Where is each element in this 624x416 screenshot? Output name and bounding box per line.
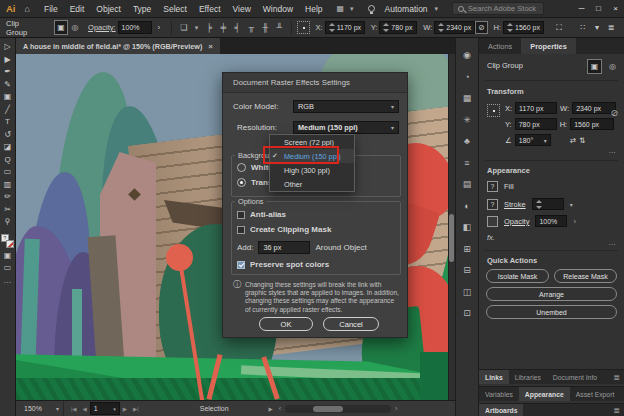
maximize-button[interactable]: □ — [590, 0, 607, 18]
last-artboard-icon[interactable]: ▶| — [133, 406, 139, 412]
prev-artboard-icon[interactable]: ◀ — [83, 406, 87, 412]
menu-type[interactable]: Type — [127, 4, 157, 14]
fx-label[interactable]: fx. — [487, 233, 495, 242]
align-right-icon[interactable]: ╡ — [230, 20, 244, 35]
tab-appearance[interactable]: Appearance — [519, 387, 570, 401]
pencil-tool[interactable]: ✏ — [4, 191, 11, 204]
lightbulb-icon[interactable] — [368, 5, 375, 12]
x-field[interactable]: 1170 px — [325, 21, 365, 34]
angle-field[interactable]: 180° ▾ — [515, 134, 551, 146]
anti-alias-option[interactable]: Anti-alias — [237, 210, 286, 219]
play-icon[interactable]: ▶ — [269, 406, 273, 412]
fill-row[interactable]: ? Fill — [487, 181, 514, 192]
line-tool[interactable]: ╱ — [5, 104, 10, 117]
more-options-icon[interactable]: … — [609, 146, 617, 155]
radio-selected-icon[interactable] — [237, 178, 246, 187]
workspace-label[interactable]: Automation — [381, 4, 431, 14]
lasso-tool[interactable]: Q — [4, 154, 10, 167]
horizontal-scrollbar-thumb[interactable] — [313, 406, 343, 412]
rectangle-tool[interactable]: ▭ — [4, 166, 12, 179]
menu-edit[interactable]: Edit — [64, 4, 91, 14]
chevron-down-icon[interactable]: ▾ — [570, 201, 573, 208]
w-field[interactable]: 2340 px — [434, 21, 475, 34]
search-input[interactable] — [468, 4, 544, 13]
opacity-field[interactable]: 100% — [535, 215, 567, 227]
chevron-down-icon[interactable]: ▾ — [346, 5, 358, 13]
graph-tool[interactable]: ▥ — [4, 179, 12, 192]
dialog-title-bar[interactable]: Document Raster Effects Settings — [223, 73, 407, 93]
transform-panel-icon[interactable]: ⊞ — [463, 244, 471, 266]
gradient-tool-icon[interactable]: ▤ — [463, 179, 472, 201]
resolution-dropdown[interactable]: Medium (150 ppi) ▾ — [293, 121, 399, 134]
chevron-right-icon[interactable]: › — [152, 20, 166, 35]
stroke-unknown-icon[interactable]: ? — [487, 199, 498, 210]
zoom-level[interactable]: 150% — [24, 405, 42, 412]
free-transform-icon[interactable]: ⛶ — [552, 20, 566, 35]
reference-point-icon[interactable] — [487, 104, 500, 117]
clipping-mask-option[interactable]: Create Clipping Mask — [237, 225, 331, 234]
tab-properties[interactable]: Properties — [521, 38, 576, 54]
rotate-tool[interactable]: ↺ — [4, 129, 11, 142]
menu-help[interactable]: Help — [299, 4, 328, 14]
style-dropdown-icon[interactable]: ❏ — [177, 20, 191, 35]
stroke-row[interactable]: ? Stroke ▾ — [487, 198, 573, 210]
panel-menu-icon[interactable]: ≣ — [609, 404, 624, 416]
panel-menu-icon[interactable]: ≣ — [620, 387, 624, 401]
draw-mode-icon[interactable]: ▣ — [4, 250, 12, 263]
link-dimensions-icon[interactable]: ⊘ — [475, 21, 487, 34]
more-tools-icon[interactable]: … — [4, 275, 12, 288]
h-field[interactable]: 1560 px — [570, 118, 614, 130]
stepper-icon[interactable] — [536, 200, 542, 209]
x-field[interactable]: 1170 px — [515, 102, 557, 114]
grid-icon[interactable]: ∷ — [576, 20, 590, 35]
chevron-right-icon[interactable]: › — [573, 217, 576, 226]
selection-tool[interactable]: ▷ — [4, 41, 10, 54]
menu-effect[interactable]: Effect — [193, 4, 227, 14]
opacity-row[interactable]: Opacity 100% › — [487, 215, 576, 227]
isolate-dropdown-icon[interactable]: ▾ — [590, 20, 604, 35]
tab-links[interactable]: Links — [479, 370, 509, 384]
stepper-icon[interactable] — [438, 23, 444, 32]
close-tab-icon[interactable]: × — [208, 42, 213, 51]
ok-button[interactable]: OK — [259, 317, 313, 331]
eraser-tool[interactable]: ◪ — [4, 141, 12, 154]
brushes-panel-icon[interactable]: ✳ — [463, 115, 471, 137]
stepper-icon[interactable] — [507, 23, 513, 32]
horizontal-scrollbar-track[interactable] — [285, 405, 391, 413]
vertical-scrollbar-thumb[interactable] — [449, 214, 454, 262]
type-tool[interactable]: T — [5, 116, 10, 129]
isolate-mask-button[interactable]: Isolate Mask — [486, 269, 549, 283]
checkbox-icon[interactable] — [237, 211, 245, 219]
scissors-tool[interactable]: ✂ — [4, 204, 11, 217]
close-button[interactable]: × — [607, 0, 624, 18]
bounding-box-icon[interactable]: ▣ — [54, 20, 68, 35]
add-field[interactable]: 36 px — [258, 241, 310, 254]
color-model-dropdown[interactable]: RGB ▾ — [293, 100, 399, 113]
zoom-tool[interactable]: ⚲ — [5, 216, 11, 229]
screen-mode-icon[interactable]: ▭ — [4, 262, 12, 275]
chevron-down-icon[interactable]: ▾ — [431, 5, 443, 13]
flip-vertical-icon[interactable]: ⇅ — [579, 136, 585, 145]
menu-select[interactable]: Select — [157, 4, 193, 14]
pen-tool[interactable]: ✒ — [4, 66, 11, 79]
menu-file[interactable]: File — [38, 4, 64, 14]
unembed-button[interactable]: Unembed — [486, 305, 617, 319]
radio-icon[interactable] — [237, 163, 246, 172]
artboard-frame-tool[interactable]: ▣ — [4, 91, 12, 104]
bounding-box-icon[interactable]: ▣ — [587, 59, 602, 74]
document-tab[interactable]: A house in middle of field.ai* @ 150% (R… — [16, 38, 220, 54]
align-middle-icon[interactable]: ╫ — [258, 20, 272, 35]
menu-object[interactable]: Object — [90, 4, 127, 14]
opacity-field[interactable]: 100% — [118, 21, 152, 34]
y-field[interactable]: 780 px — [379, 21, 417, 34]
tab-asset-export[interactable]: Asset Export — [570, 387, 621, 401]
stock-search[interactable] — [452, 2, 544, 15]
preserve-spot-option[interactable]: Preserve spot colors — [237, 260, 329, 269]
fill-stroke-swatches[interactable]: ? — [1, 234, 14, 248]
checkbox-checked-icon[interactable] — [237, 261, 245, 269]
artboard-field[interactable]: 1 ▾ — [90, 402, 120, 415]
home-icon[interactable]: ⌂ — [23, 4, 38, 14]
stroke-weight-field[interactable] — [532, 198, 564, 210]
transparency-panel-icon[interactable]: ◐ — [464, 201, 469, 223]
next-artboard-icon[interactable]: ▶ — [123, 406, 127, 412]
